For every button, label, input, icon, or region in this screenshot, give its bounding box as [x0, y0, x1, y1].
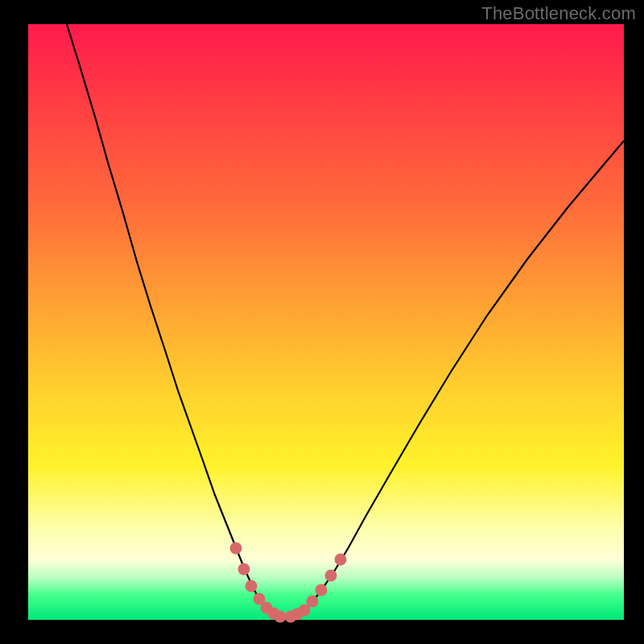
data-dot	[307, 596, 319, 608]
curve-left	[67, 24, 279, 617]
data-dot	[335, 554, 347, 566]
data-dot	[230, 543, 242, 555]
data-dot	[246, 580, 258, 592]
data-dot	[238, 564, 250, 576]
data-dot	[325, 570, 337, 582]
curve-right	[291, 141, 624, 617]
outer-frame: TheBottleneck.com	[0, 0, 644, 644]
chart-svg	[28, 24, 624, 620]
watermark-text: TheBottleneck.com	[481, 3, 636, 24]
data-dot	[316, 584, 328, 597]
dots-right	[285, 554, 347, 623]
data-dot	[275, 611, 287, 623]
